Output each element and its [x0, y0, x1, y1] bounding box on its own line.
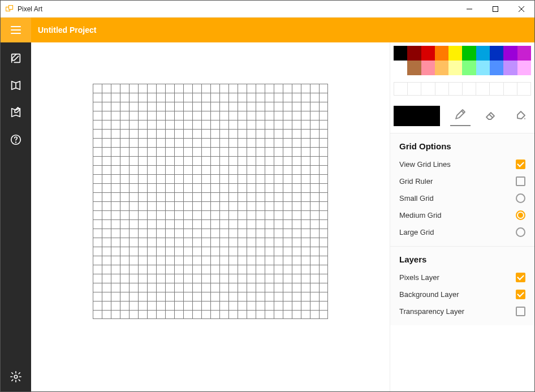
grid-options-heading: Grid Options: [399, 141, 525, 151]
option-transparency-layer: Transparency Layer: [399, 303, 525, 320]
option-label: Small Grid: [399, 194, 434, 203]
book-tool-icon[interactable]: [9, 79, 23, 92]
grid-ruler-checkbox[interactable]: [516, 176, 525, 186]
layers-section: Layers Pixels Layer Background Layer Tra…: [390, 246, 534, 325]
svg-line-14: [489, 114, 493, 118]
grid-options-section: Grid Options View Grid Lines Grid Ruler …: [390, 133, 534, 246]
eraser-tool[interactable]: [481, 104, 501, 126]
custom-color-row: [394, 82, 531, 96]
help-icon[interactable]: [9, 133, 23, 147]
palette-color[interactable]: [462, 46, 476, 61]
option-background-layer: Background Layer: [399, 286, 525, 303]
palette-color[interactable]: [435, 61, 448, 75]
palette-color[interactable]: [394, 46, 407, 61]
palette-color[interactable]: [490, 61, 503, 75]
small-grid-radio[interactable]: [516, 193, 525, 203]
current-color-swatch[interactable]: [394, 106, 440, 126]
maximize-button[interactable]: [482, 1, 508, 18]
option-medium-grid: Medium Grid: [399, 206, 525, 223]
palette-color[interactable]: [503, 61, 517, 75]
view-grid-lines-checkbox[interactable]: [516, 160, 525, 169]
titlebar: Pixel Art: [1, 1, 534, 18]
palette-color[interactable]: [503, 46, 517, 61]
background-layer-checkbox[interactable]: [516, 290, 525, 299]
custom-color-slot[interactable]: [517, 83, 530, 95]
palette-color[interactable]: [476, 61, 490, 75]
layers-heading: Layers: [399, 255, 525, 264]
right-panel: Grid Options View Grid Lines Grid Ruler …: [390, 42, 534, 391]
app-window: Pixel Art Untitled Project: [0, 0, 535, 392]
custom-color-slot[interactable]: [490, 83, 503, 95]
palette-color[interactable]: [421, 46, 435, 61]
palette-row-2: [394, 61, 531, 75]
option-small-grid: Small Grid: [399, 189, 525, 206]
custom-color-slot[interactable]: [463, 83, 476, 95]
app-body: Grid Options View Grid Lines Grid Ruler …: [1, 42, 534, 391]
canvas-area: [31, 42, 390, 391]
medium-grid-radio[interactable]: [516, 210, 525, 220]
custom-color-slot[interactable]: [394, 83, 408, 95]
palette-color[interactable]: [462, 61, 476, 75]
large-grid-radio[interactable]: [516, 227, 525, 237]
palette-color[interactable]: [394, 61, 407, 75]
custom-color-slot[interactable]: [421, 83, 435, 95]
palette-color[interactable]: [476, 46, 490, 61]
custom-color-slot[interactable]: [408, 83, 421, 95]
option-label: Background Layer: [399, 290, 459, 299]
left-toolbar: [1, 42, 31, 391]
menu-button[interactable]: [1, 18, 31, 42]
custom-color-slot[interactable]: [435, 83, 449, 95]
edit-tool-icon[interactable]: [9, 51, 23, 65]
palette-color[interactable]: [490, 46, 503, 61]
option-view-grid-lines: View Grid Lines: [399, 156, 525, 173]
palette-color[interactable]: [517, 46, 531, 61]
edit-book-tool-icon[interactable]: [9, 106, 23, 119]
option-label: Grid Ruler: [399, 177, 433, 186]
project-title: Untitled Project: [38, 25, 96, 35]
option-label: Pixels Layer: [399, 273, 439, 282]
minimize-button[interactable]: [456, 1, 482, 18]
palette-row-1: [394, 46, 531, 61]
app-header: Untitled Project: [1, 18, 534, 42]
svg-point-12: [14, 375, 18, 378]
option-label: Transparency Layer: [399, 307, 464, 316]
palette-color[interactable]: [448, 61, 462, 75]
custom-color-slot[interactable]: [504, 83, 517, 95]
palette-color[interactable]: [407, 61, 421, 75]
settings-icon[interactable]: [9, 370, 23, 384]
svg-rect-3: [493, 6, 498, 11]
transparency-layer-checkbox[interactable]: [516, 307, 525, 316]
palette-color[interactable]: [421, 61, 435, 75]
palette-color[interactable]: [448, 46, 462, 61]
option-grid-ruler: Grid Ruler: [399, 173, 525, 189]
palette-section: [390, 42, 534, 133]
option-pixels-layer: Pixels Layer: [399, 269, 525, 286]
option-large-grid: Large Grid: [399, 223, 525, 240]
option-label: View Grid Lines: [399, 160, 451, 169]
window-title: Pixel Art: [18, 5, 42, 13]
drawing-tool-row: [394, 104, 531, 126]
fill-tool[interactable]: [511, 104, 531, 126]
custom-color-slot[interactable]: [476, 83, 490, 95]
palette-color[interactable]: [517, 61, 531, 75]
palette-color[interactable]: [407, 46, 421, 61]
svg-rect-1: [9, 5, 13, 9]
pixel-grid[interactable]: [93, 84, 328, 319]
svg-point-11: [16, 142, 16, 143]
pixels-layer-checkbox[interactable]: [516, 273, 525, 282]
palette-color[interactable]: [435, 46, 448, 61]
close-button[interactable]: [508, 1, 534, 18]
app-icon: [5, 5, 14, 14]
pencil-tool[interactable]: [450, 104, 471, 126]
custom-color-slot[interactable]: [449, 83, 463, 95]
option-label: Medium Grid: [399, 211, 441, 219]
option-label: Large Grid: [399, 228, 434, 236]
